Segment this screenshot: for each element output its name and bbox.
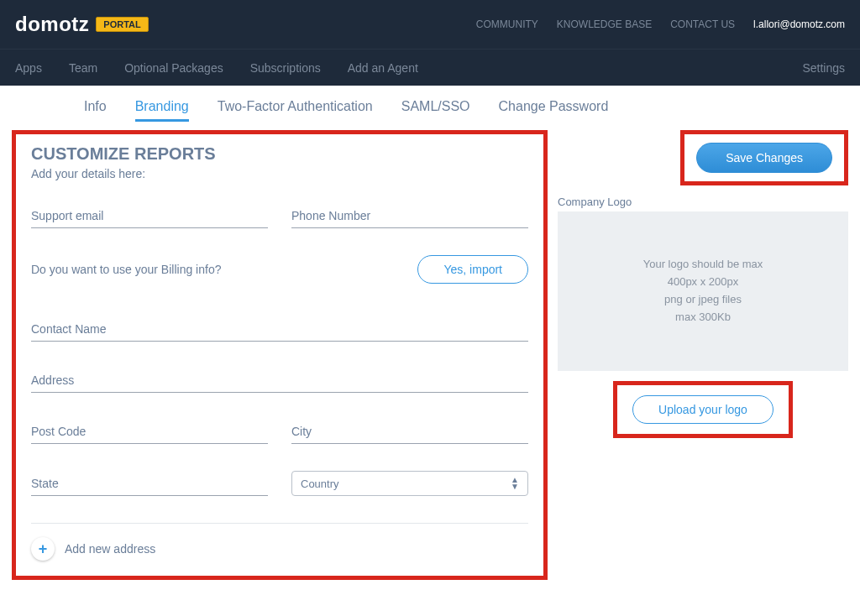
phone-number-field[interactable]: [291, 204, 528, 228]
tab-row: Info Branding Two-Factor Authentication …: [0, 86, 860, 130]
secondary-nav: Apps Team Optional Packages Subscription…: [0, 49, 860, 86]
post-code-field[interactable]: [31, 420, 268, 444]
upload-highlight: Upload your logo: [613, 381, 793, 438]
logo-hint-line2: 400px x 200px: [668, 274, 739, 291]
nav-add-agent[interactable]: Add an Agent: [348, 61, 418, 75]
section-subtitle: Add your details here:: [31, 167, 528, 180]
contact-name-field[interactable]: [31, 317, 528, 342]
upload-logo-button[interactable]: Upload your logo: [632, 395, 773, 424]
plus-icon: +: [39, 540, 48, 558]
city-field[interactable]: [291, 420, 528, 444]
nav-team[interactable]: Team: [69, 61, 97, 75]
billing-question: Do you want to use your Billing info?: [31, 263, 417, 276]
yes-import-button[interactable]: Yes, import: [417, 255, 528, 284]
content: CUSTOMIZE REPORTS Add your details here:…: [0, 130, 860, 605]
nav-contact-us[interactable]: CONTACT US: [670, 18, 735, 30]
tab-change-password[interactable]: Change Password: [499, 99, 609, 122]
section-title: CUSTOMIZE REPORTS: [31, 144, 528, 164]
nav-settings[interactable]: Settings: [802, 61, 845, 75]
support-email-field[interactable]: [31, 204, 268, 228]
state-field[interactable]: [31, 472, 268, 496]
nav-apps[interactable]: Apps: [15, 61, 42, 75]
logo-text: domotz: [15, 13, 89, 36]
portal-badge: PORTAL: [96, 17, 148, 32]
tab-info[interactable]: Info: [84, 99, 107, 122]
logo-hint-line1: Your logo should be max: [643, 256, 763, 274]
tab-two-factor[interactable]: Two-Factor Authentication: [218, 99, 373, 122]
add-address-label: Add new address: [65, 542, 155, 556]
tab-branding[interactable]: Branding: [135, 99, 189, 122]
nav-knowledge-base[interactable]: KNOWLEDGE BASE: [557, 18, 652, 30]
logo-dropzone[interactable]: Your logo should be max 400px x 200px pn…: [558, 211, 848, 371]
top-nav: COMMUNITY KNOWLEDGE BASE CONTACT US l.al…: [476, 18, 845, 30]
customize-reports-panel: CUSTOMIZE REPORTS Add your details here:…: [12, 130, 548, 580]
select-arrows-icon: ▲▼: [511, 477, 519, 490]
country-select-label: Country: [301, 478, 339, 490]
country-select[interactable]: Country ▲▼: [291, 471, 528, 496]
company-logo-label: Company Logo: [558, 196, 848, 208]
nav-subscriptions[interactable]: Subscriptions: [250, 61, 321, 75]
nav-community[interactable]: COMMUNITY: [476, 18, 538, 30]
right-column: Save Changes Company Logo Your logo shou…: [548, 130, 848, 438]
logo-hint-line4: max 300Kb: [675, 309, 731, 326]
logo: domotz PORTAL: [15, 13, 149, 36]
divider: [31, 523, 528, 524]
save-changes-button[interactable]: Save Changes: [696, 143, 832, 173]
address-field[interactable]: [31, 368, 528, 393]
top-header: domotz PORTAL COMMUNITY KNOWLEDGE BASE C…: [0, 0, 860, 49]
tab-saml-sso[interactable]: SAML/SSO: [401, 99, 470, 122]
left-column: CUSTOMIZE REPORTS Add your details here:…: [12, 130, 548, 580]
add-address-button[interactable]: +: [31, 537, 55, 561]
nav-user-email[interactable]: l.allori@domotz.com: [753, 18, 845, 30]
save-highlight: Save Changes: [680, 130, 848, 185]
logo-hint-line3: png or jpeg files: [664, 291, 742, 309]
nav-optional-packages[interactable]: Optional Packages: [124, 61, 223, 75]
